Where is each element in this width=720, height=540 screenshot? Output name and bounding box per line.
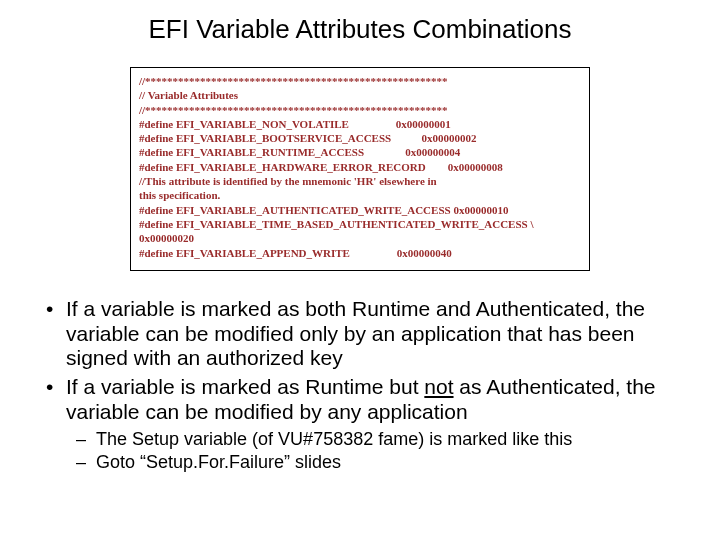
code-line: // Variable Attributes <box>139 88 581 102</box>
emphasis-not: not <box>424 375 453 398</box>
bullet-list: If a variable is marked as both Runtime … <box>42 297 678 474</box>
text: If a variable is marked as Runtime but <box>66 375 424 398</box>
code-line: #define EFI_VARIABLE_BOOTSERVICE_ACCESS … <box>139 131 581 145</box>
code-line: #define EFI_VARIABLE_HARDWARE_ERROR_RECO… <box>139 160 581 174</box>
code-line: //**************************************… <box>139 74 581 88</box>
text: fame) is marked like this <box>373 429 572 449</box>
code-line: #define EFI_VARIABLE_APPEND_WRITE 0x0000… <box>139 246 581 260</box>
vu-id: VU#758382 <box>278 429 373 449</box>
code-line: #define EFI_VARIABLE_RUNTIME_ACCESS 0x00… <box>139 145 581 159</box>
code-line: //**************************************… <box>139 103 581 117</box>
sub-bullet-item: Goto “Setup.For.Failure” slides <box>70 452 678 474</box>
code-line: #define EFI_VARIABLE_AUTHENTICATED_WRITE… <box>139 203 581 217</box>
code-line: //This attribute is identified by the mn… <box>139 174 581 188</box>
code-line: #define EFI_VARIABLE_NON_VOLATILE 0x0000… <box>139 117 581 131</box>
bullet-item: If a variable is marked as Runtime but n… <box>42 375 678 425</box>
slide-title: EFI Variable Attributes Combinations <box>0 0 720 45</box>
code-line: this specification. <box>139 188 581 202</box>
code-line: 0x00000020 <box>139 231 581 245</box>
code-block: //**************************************… <box>130 67 590 271</box>
code-line: #define EFI_VARIABLE_TIME_BASED_AUTHENTI… <box>139 217 581 231</box>
bullet-item: If a variable is marked as both Runtime … <box>42 297 678 371</box>
text: The Setup variable (of <box>96 429 278 449</box>
sub-bullet-item: The Setup variable (of VU#758382 fame) i… <box>70 429 678 451</box>
